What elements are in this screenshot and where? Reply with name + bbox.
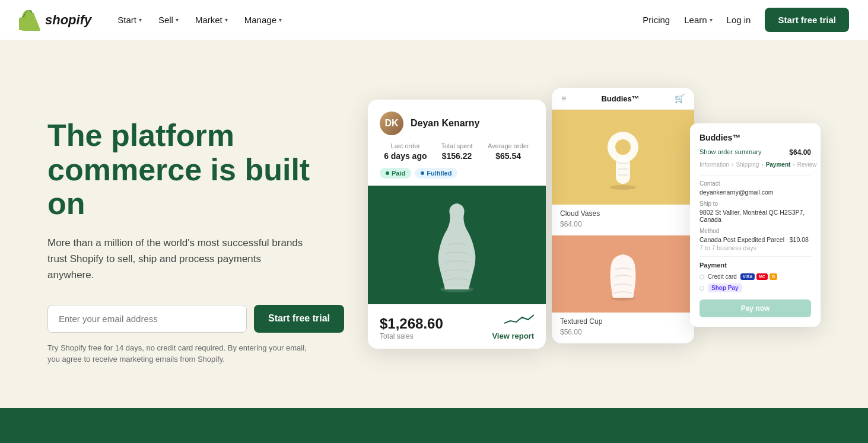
fulfilled-dot bbox=[421, 171, 424, 175]
stat-total-spent: Total spent $156.22 bbox=[431, 142, 483, 161]
product-card-header: ≡ Buddies™ 🛒 bbox=[552, 88, 694, 110]
payment-options: Credit card VISA MC D Shop Pay bbox=[700, 273, 811, 292]
customer-name: Deyan Kenarny bbox=[411, 118, 480, 129]
email-input[interactable] bbox=[47, 305, 247, 333]
hero-heading: The platform commerce is built on bbox=[47, 119, 344, 221]
chevron-down-icon: ▾ bbox=[225, 17, 228, 23]
product1-name: Cloud Vases bbox=[552, 205, 694, 220]
view-report-link[interactable]: View report bbox=[492, 332, 534, 340]
hero-left: The platform commerce is built on More t… bbox=[47, 119, 344, 365]
nav-login[interactable]: Log in bbox=[727, 15, 751, 25]
sales-label: Total sales bbox=[380, 332, 443, 340]
customer-card: DK Deyan Kenarny Last order 6 days ago T… bbox=[368, 100, 546, 349]
hero-section: The platform commerce is built on More t… bbox=[0, 40, 868, 408]
visa-icon: VISA bbox=[740, 273, 755, 280]
nav-manage[interactable]: Manage ▾ bbox=[237, 10, 289, 30]
sales-amount: $1,268.60 bbox=[380, 315, 443, 332]
cart-icon: 🛒 bbox=[675, 94, 685, 103]
checkout-breadcrumb: Information › Shipping › Payment › Revie… bbox=[700, 161, 811, 168]
stat-avg-order: Average order $65.54 bbox=[482, 142, 534, 161]
nav-start[interactable]: Start ▾ bbox=[110, 10, 149, 30]
chevron-down-icon: ▾ bbox=[279, 17, 282, 23]
mastercard-icon: MC bbox=[756, 273, 768, 280]
logo-text: shopify bbox=[45, 12, 91, 28]
divider1 bbox=[700, 175, 811, 176]
badge-fulfilled: Fulfilled bbox=[415, 168, 457, 179]
discover-icon: D bbox=[770, 273, 777, 280]
chevron-down-icon: ▾ bbox=[139, 17, 142, 23]
product-image-dark bbox=[368, 186, 546, 304]
hero-subtext: More than a million of the world's most … bbox=[47, 235, 309, 283]
divider2 bbox=[700, 256, 811, 257]
chevron-down-icon: ▾ bbox=[710, 17, 713, 23]
product2-name: Textured Cup bbox=[552, 313, 694, 328]
vase-product1-icon bbox=[599, 125, 647, 190]
hero-cta-button[interactable]: Start free trial bbox=[254, 305, 344, 333]
radio-credit-card bbox=[700, 275, 704, 279]
customer-stats: Last order 6 days ago Total spent $156.2… bbox=[368, 142, 546, 168]
shoppay-option: Shop Pay bbox=[700, 283, 811, 292]
radio-shoppay bbox=[700, 286, 704, 291]
cup-product2-icon bbox=[602, 247, 644, 301]
nav-links: Start ▾ Sell ▾ Market ▾ Manage ▾ bbox=[110, 10, 643, 30]
credit-card-option: Credit card VISA MC D bbox=[700, 273, 811, 280]
card-icons: VISA MC D bbox=[740, 273, 777, 280]
hero-form: Start free trial bbox=[47, 305, 344, 333]
nav-cta-button[interactable]: Start free trial bbox=[765, 8, 849, 32]
card-sales: $1,268.60 Total sales View report bbox=[368, 304, 546, 349]
hero-mockup: DK Deyan Kenarny Last order 6 days ago T… bbox=[368, 88, 821, 396]
method-value: Canada Post Expedited Parcel · $10.08 bbox=[700, 236, 811, 243]
nav-right: Pricing Learn ▾ Log in Start free trial bbox=[643, 8, 849, 32]
navigation: shopify Start ▾ Sell ▾ Market ▾ Manage ▾… bbox=[0, 0, 868, 40]
checkout-summary-toggle[interactable]: Show order summary $64.00 bbox=[700, 148, 811, 157]
ship-to-value: 9802 St Vallier, Montréal QC H2S3P7, Can… bbox=[700, 209, 811, 223]
store-name-product: Buddies™ bbox=[601, 94, 639, 103]
contact-label: Contact bbox=[700, 180, 811, 187]
product2-price: $56.00 bbox=[552, 328, 694, 343]
ship-to-label: Ship to bbox=[700, 200, 811, 207]
vase-icon bbox=[430, 197, 484, 292]
checkout-store-name: Buddies™ bbox=[700, 133, 811, 142]
avatar: DK bbox=[380, 111, 403, 135]
paid-dot bbox=[386, 171, 389, 175]
chevron-down-icon: ▾ bbox=[176, 17, 179, 23]
nav-pricing[interactable]: Pricing bbox=[643, 15, 670, 25]
product-card: ≡ Buddies™ 🛒 Cloud Vases $ bbox=[552, 88, 694, 343]
svg-rect-4 bbox=[616, 157, 630, 184]
nav-learn[interactable]: Learn ▾ bbox=[684, 15, 712, 25]
payment-label: Payment bbox=[700, 262, 811, 269]
method-label: Method bbox=[700, 228, 811, 234]
checkout-card: Buddies™ Show order summary $64.00 Infor… bbox=[690, 123, 821, 327]
svg-point-1 bbox=[610, 185, 636, 190]
product1-price: $64.00 bbox=[552, 220, 694, 235]
product1-image bbox=[552, 110, 694, 205]
nav-sell[interactable]: Sell ▾ bbox=[151, 10, 186, 30]
sales-chart-icon bbox=[504, 313, 534, 327]
menu-icon: ≡ bbox=[561, 94, 566, 103]
pay-now-button[interactable]: Pay now bbox=[700, 299, 811, 317]
svg-point-3 bbox=[615, 139, 631, 155]
disclaimer-text: Try Shopify free for 14 days, no credit … bbox=[47, 342, 309, 365]
badge-paid: Paid bbox=[380, 168, 411, 179]
bottom-band bbox=[0, 408, 868, 443]
product2-image bbox=[552, 235, 694, 313]
method-note: 7 to 7 business days bbox=[700, 244, 811, 251]
stat-last-order: Last order 6 days ago bbox=[380, 142, 431, 161]
contact-value: deyankenarny@gmail.com bbox=[700, 189, 811, 196]
shoppay-icon: Shop Pay bbox=[708, 283, 742, 292]
order-badges: Paid Fulfilled bbox=[368, 168, 546, 186]
nav-market[interactable]: Market ▾ bbox=[188, 10, 235, 30]
logo[interactable]: shopify bbox=[19, 9, 91, 31]
customer-card-header: DK Deyan Kenarny bbox=[368, 100, 546, 142]
